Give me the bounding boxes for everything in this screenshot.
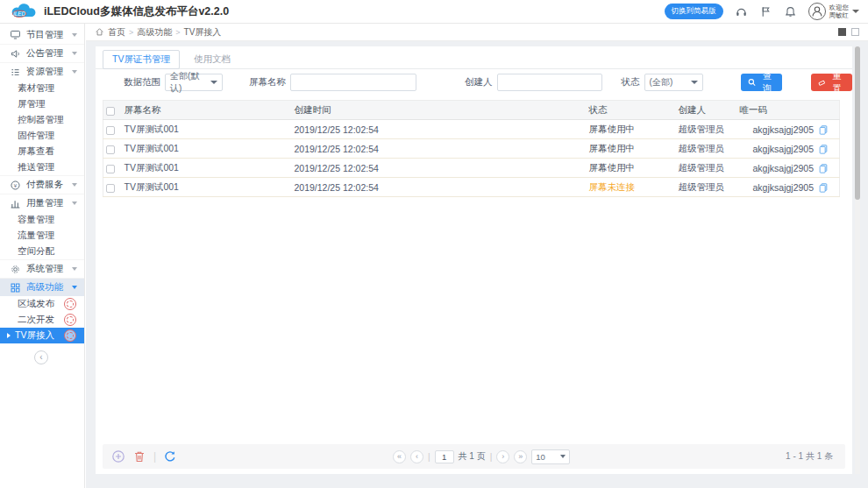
sidebar-item-program-mgmt[interactable]: 节目管理 [0,25,84,44]
cell-status: 屏幕使用中 [582,159,672,178]
sidebar-item-secondary-dev[interactable]: 二次开发 [0,312,84,328]
breadcrumb-item[interactable]: 高级功能 [137,26,172,39]
sidebar: 节目管理 公告管理 资源管理 素材管理 屏管理 控制器管理 固件管理 屏幕查看 … [0,24,85,488]
scrollbar-thumb[interactable] [855,46,860,200]
copy-doc-icon[interactable] [818,124,829,135]
last-page-button[interactable]: » [514,450,527,463]
reset-button-label: 重置 [829,70,846,95]
refresh-button[interactable] [163,449,177,463]
home-icon[interactable] [95,27,104,37]
search-button[interactable]: 查询 [741,74,782,91]
sidebar-item-resource-mgmt[interactable]: 资源管理 [0,62,84,81]
sidebar-collapse-button[interactable]: ‹ [34,350,48,364]
user-menu[interactable]: 欢迎您 周敏红 [808,3,860,20]
sidebar-item-controller-mgmt[interactable]: 控制器管理 [0,112,84,128]
screen-name-input[interactable] [290,74,416,91]
app-logo: iLED [9,3,40,20]
breadcrumb: 首页 > 高级功能 > TV屏接入 [86,24,868,41]
sidebar-item-space-allocation[interactable]: 空间分配 [0,244,84,259]
breadcrumb-item[interactable]: TV屏接入 [184,26,222,39]
status-select[interactable]: (全部) [644,74,704,91]
svg-text:iLED: iLED [13,11,25,17]
sidebar-item-label: 节目管理 [26,29,63,41]
status-select-value: (全部) [650,76,673,88]
cell-unique-code: akgjksajgj2905 [753,163,814,173]
table-wrapper: 屏幕名称 创建时间 状态 创建人 唯一码 TV屏测试001 2019/12/25… [96,95,852,197]
theme-dark-toggle-icon[interactable] [838,28,846,36]
sidebar-item-traffic-mgmt[interactable]: 流量管理 [0,228,84,244]
table-footer-bar: | « ‹ | 共 1 页 | › » 10 1 - 1 共 1 条 [103,444,845,469]
sidebar-item-advanced-functions[interactable]: 高级功能 [0,278,84,296]
sidebar-item-push-mgmt[interactable]: 推送管理 [0,159,84,175]
row-checkbox[interactable] [106,165,115,173]
col-unique-code: 唯一码 [733,101,840,120]
search-button-label: 查询 [759,70,776,95]
yen-circle-icon: ¥ [10,180,21,191]
cell-created-time: 2019/12/25 12:02:54 [288,159,582,178]
switch-version-button[interactable]: 切换到简易版 [665,4,723,19]
tab-tv-certificate-mgmt[interactable]: TV屏证书管理 [103,50,180,69]
sidebar-item-label: 高级功能 [26,281,63,294]
page-number-input[interactable] [435,450,454,463]
sidebar-item-screen-mgmt[interactable]: 屏管理 [0,96,84,112]
sidebar-item-firmware-mgmt[interactable]: 固件管理 [0,128,84,144]
megaphone-icon [10,48,21,60]
sidebar-item-capacity-mgmt[interactable]: 容量管理 [0,212,84,228]
breadcrumb-separator: > [175,28,180,37]
first-page-button[interactable]: « [393,450,406,463]
headset-icon[interactable] [735,5,748,18]
sidebar-item-region-publish[interactable]: 区域发布 [0,296,84,312]
sidebar-item-announcement-mgmt[interactable]: 公告管理 [0,44,84,62]
creator-input[interactable] [497,74,602,91]
sidebar-item-tv-screen-access[interactable]: TV屏接入 [0,328,84,343]
tab-usage-docs[interactable]: 使用文档 [194,53,231,66]
sidebar-item-screen-view[interactable]: 屏幕查看 [0,144,84,159]
add-button[interactable] [111,449,125,463]
divider: | [153,450,156,463]
bell-icon[interactable] [784,5,797,18]
scrollbar[interactable] [855,46,860,474]
sidebar-item-system-mgmt[interactable]: 系统管理 [0,259,84,278]
trial-stamp-icon [64,314,76,326]
copy-doc-icon[interactable] [818,144,829,154]
cell-screen-name: TV屏测试001 [117,159,288,178]
copy-doc-icon[interactable] [818,163,829,173]
cell-screen-name: TV屏测试001 [117,178,288,197]
chevron-down-icon [72,267,77,271]
table-row: TV屏测试001 2019/12/25 12:02:54 屏幕未连接 超级管理员… [103,178,840,197]
flag-icon[interactable] [759,5,772,18]
delete-button[interactable] [132,449,146,463]
breadcrumb-separator: > [129,28,133,37]
scope-select[interactable]: 全部(默认) [165,74,223,91]
divider: | [490,452,493,462]
monitor-icon [10,29,21,40]
page-size-select[interactable]: 10 [531,449,570,464]
breadcrumb-item[interactable]: 首页 [108,26,125,39]
sidebar-item-usage-mgmt[interactable]: 用量管理 [0,194,84,212]
main-area: 首页 > 高级功能 > TV屏接入 TV屏证书管理 使用文档 数据范围 全部(默… [86,24,868,488]
grid-icon [10,282,21,294]
prev-page-button[interactable]: ‹ [410,450,423,463]
chevron-down-icon [72,202,77,205]
reset-button[interactable]: 重置 [811,74,852,91]
cell-creator: 超级管理员 [672,139,733,159]
next-page-button[interactable]: › [496,450,509,463]
row-checkbox[interactable] [106,126,115,135]
row-checkbox[interactable] [106,184,115,193]
sidebar-item-label: 用量管理 [26,197,63,209]
col-screen-name: 屏幕名称 [117,101,288,120]
select-all-checkbox[interactable] [106,107,115,116]
sidebar-item-paid-services[interactable]: ¥ 付费服务 [0,175,84,194]
tab-bar: TV屏证书管理 使用文档 [96,46,852,69]
table-header-row: 屏幕名称 创建时间 状态 创建人 唯一码 [103,101,840,120]
chevron-down-icon [72,52,77,55]
row-checkbox[interactable] [106,145,115,154]
sidebar-item-material-mgmt[interactable]: 素材管理 [0,81,84,96]
chevron-down-icon [210,81,217,84]
theme-light-toggle-icon[interactable] [851,28,859,36]
sidebar-item-label: 资源管理 [26,66,63,78]
list-icon [10,67,21,78]
cell-screen-name: TV屏测试001 [117,139,288,159]
cell-status: 屏幕未连接 [582,178,672,197]
copy-doc-icon[interactable] [818,182,829,193]
